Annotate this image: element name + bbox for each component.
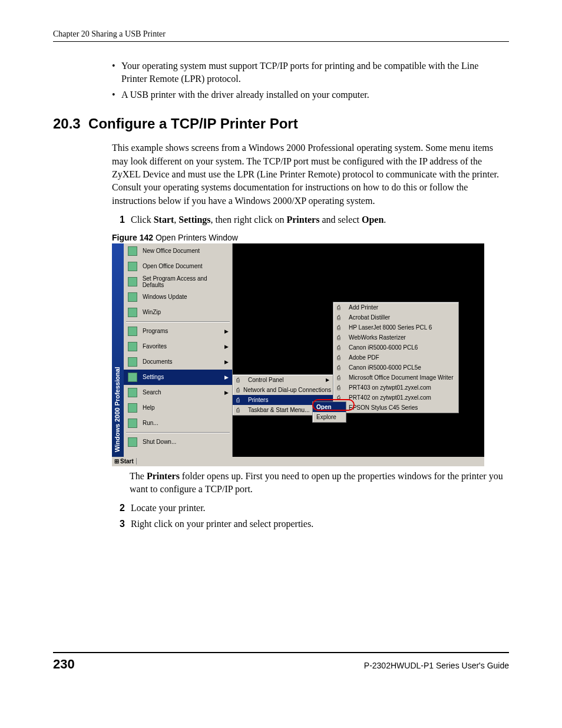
printers-context-menu[interactable]: OpenExplore bbox=[312, 401, 346, 423]
start-menu-item[interactable]: Search▶ bbox=[124, 385, 232, 400]
submenu-item[interactable]: ⎙Add Printer bbox=[333, 302, 458, 312]
submenu-arrow-icon: ▶ bbox=[224, 359, 229, 365]
submenu-arrow-icon: ▶ bbox=[224, 328, 229, 334]
printer-icon: ⎙ bbox=[337, 344, 345, 351]
submenu-arrow-icon: ▶ bbox=[224, 344, 229, 350]
submenu-item-label: Microsoft Office Document Image Writer bbox=[349, 374, 453, 381]
start-menu-item[interactable]: Favorites▶ bbox=[124, 339, 232, 354]
menu-item-label: Programs bbox=[143, 328, 168, 334]
submenu-arrow-icon: ▶ bbox=[224, 390, 229, 396]
submenu-item-label: Control Panel bbox=[248, 377, 284, 383]
step-2: 2 Locate your printer. bbox=[112, 502, 503, 515]
submenu-item[interactable]: ⎙HP LaserJet 8000 Series PCL 6 bbox=[333, 322, 458, 332]
printers-icon: ⎙ bbox=[236, 397, 244, 403]
start-menu-item[interactable]: Help bbox=[124, 400, 232, 416]
menu-item-label: Open Office Document bbox=[143, 263, 203, 269]
start-button[interactable]: ⊞ Start bbox=[112, 458, 137, 465]
submenu-item[interactable]: ⎙PRT402 on zytwpt01.zyxel.com bbox=[333, 393, 458, 403]
settings-icon bbox=[127, 372, 138, 383]
help-icon bbox=[127, 403, 138, 413]
printer-icon: ⎙ bbox=[337, 394, 345, 401]
menu-item-label: Documents bbox=[143, 358, 173, 365]
guide-title: P-2302HWUDL-P1 Series User's Guide bbox=[364, 661, 509, 670]
menu-item-label: Run... bbox=[143, 420, 158, 426]
context-menu-item[interactable]: Open bbox=[313, 402, 346, 412]
menu-item-label: Help bbox=[143, 404, 155, 411]
submenu-item-label: PRT403 on zytwpt01.zyxel.com bbox=[349, 384, 431, 391]
menu-item-label: New Office Document bbox=[143, 248, 200, 254]
printer-icon: ⎙ bbox=[337, 364, 345, 371]
windows-flag-icon: ⊞ bbox=[114, 458, 119, 465]
submenu-item-label: Printers bbox=[248, 397, 268, 403]
printer-icon: ⎙ bbox=[337, 314, 345, 321]
context-menu-label: Explore bbox=[316, 414, 336, 420]
start-menu-item[interactable]: Run... bbox=[124, 416, 232, 431]
submenu-item-label: Canon iR5000-6000 PCL6 bbox=[349, 344, 418, 351]
start-menu-item[interactable]: Settings▶ bbox=[124, 370, 232, 385]
start-menu-item[interactable]: Windows Update bbox=[124, 289, 232, 305]
submenu-item[interactable]: ⎙Network and Dial-up Connections▶ bbox=[233, 385, 333, 395]
menu-item-label: Shut Down... bbox=[143, 439, 176, 445]
paragraph-after-figure: The Printers folder opens up. First you … bbox=[130, 470, 503, 496]
submenu-arrow-icon: ▶ bbox=[224, 374, 229, 380]
submenu-item-label: Canon iR5000-6000 PCL5e bbox=[349, 364, 421, 371]
screenshot-open-printers: Windows 2000 Professional New Office Doc… bbox=[112, 243, 484, 466]
submenu-item[interactable]: ⎙Canon iR5000-6000 PCL6 bbox=[333, 342, 458, 353]
submenu-item-label: Adobe PDF bbox=[349, 354, 379, 361]
menu-item-label: Favorites bbox=[143, 343, 167, 350]
submenu-item[interactable]: ⎙EPSON Stylus C45 Series bbox=[333, 403, 458, 413]
run-icon bbox=[127, 418, 138, 429]
submenu-item-label: PRT402 on zytwpt01.zyxel.com bbox=[349, 394, 431, 401]
start-menu-item[interactable]: Set Program Access and Defaults bbox=[124, 274, 232, 289]
context-menu-label: Open bbox=[316, 404, 332, 410]
start-menu-item[interactable]: Open Office Document bbox=[124, 259, 232, 274]
menu-item-label: WinZip bbox=[143, 309, 161, 315]
page-footer: 230 P-2302HWUDL-P1 Series User's Guide bbox=[53, 647, 509, 672]
printers-submenu[interactable]: ⎙Add Printer⎙Acrobat Distiller⎙HP LaserJ… bbox=[333, 302, 459, 413]
search-icon bbox=[127, 387, 138, 398]
start-menu-item[interactable]: Programs▶ bbox=[124, 324, 232, 339]
menu-item-label: Windows Update bbox=[143, 294, 187, 300]
doc-icon bbox=[127, 246, 138, 256]
figure-caption: Figure 142 Open Printers Window bbox=[112, 233, 503, 242]
start-menu[interactable]: New Office DocumentOpen Office DocumentS… bbox=[124, 243, 232, 457]
submenu-item[interactable]: ⎙Adobe PDF bbox=[333, 353, 458, 363]
printer-icon: ⎙ bbox=[337, 384, 345, 391]
menu-item-label: Search bbox=[143, 389, 161, 396]
printer-icon: ⎙ bbox=[337, 334, 345, 341]
submenu-item[interactable]: ⎙Acrobat Distiller bbox=[333, 312, 458, 322]
submenu-item[interactable]: ⎙Microsoft Office Document Image Writer bbox=[333, 373, 458, 383]
chapter-header: Chapter 20 Sharing a USB Printer bbox=[53, 29, 509, 39]
submenu-item[interactable]: ⎙Canon iR5000-6000 PCL5e bbox=[333, 363, 458, 373]
network-icon: ⎙ bbox=[236, 387, 240, 393]
zip-icon bbox=[127, 307, 138, 318]
printer-icon: ⎙ bbox=[337, 354, 345, 361]
start-menu-item[interactable]: Shut Down... bbox=[124, 434, 232, 450]
start-menu-item[interactable]: Documents▶ bbox=[124, 354, 232, 370]
add-printer-icon: ⎙ bbox=[337, 304, 345, 311]
windows-2000-strip: Windows 2000 Professional bbox=[112, 243, 124, 457]
start-menu-item[interactable]: New Office Document bbox=[124, 243, 232, 259]
section-heading: 20.3 Configure a TCP/IP Printer Port bbox=[53, 116, 509, 132]
submenu-item[interactable]: ⎙PRT403 on zytwpt01.zyxel.com bbox=[333, 383, 458, 393]
context-menu-item[interactable]: Explore bbox=[313, 412, 346, 422]
shutdown-icon bbox=[127, 437, 138, 447]
intro-bullet-list: •Your operating system must support TCP/… bbox=[112, 60, 503, 101]
bullet-text: Your operating system must support TCP/I… bbox=[121, 60, 503, 86]
folder-icon bbox=[127, 261, 138, 272]
submenu-item[interactable]: ⎙WebWorks Rasterizer bbox=[333, 332, 458, 342]
submenu-item-label: Add Printer bbox=[349, 304, 378, 311]
submenu-item[interactable]: ⎙Control Panel▶ bbox=[233, 375, 333, 385]
taskbar[interactable]: ⊞ Start bbox=[112, 457, 484, 466]
start-menu-item[interactable]: WinZip bbox=[124, 305, 232, 320]
intro-paragraph: This example shows screens from a Window… bbox=[112, 141, 503, 207]
submenu-item-label: Acrobat Distiller bbox=[349, 314, 390, 321]
programs-icon bbox=[127, 326, 138, 337]
submenu-arrow-icon: ▶ bbox=[321, 377, 329, 383]
docs-icon bbox=[127, 357, 138, 367]
menu-item-label: Settings bbox=[143, 374, 164, 380]
step-1: 1 Click Start, Settings, then right clic… bbox=[112, 213, 503, 226]
printer-icon: ⎙ bbox=[337, 324, 345, 331]
submenu-item-label: Network and Dial-up Connections bbox=[243, 387, 331, 393]
submenu-item-label: WebWorks Rasterizer bbox=[349, 334, 406, 341]
